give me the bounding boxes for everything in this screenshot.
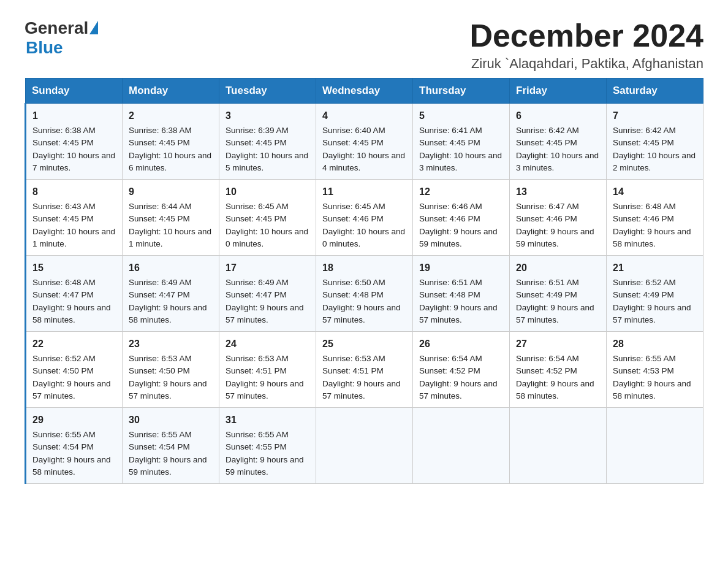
calendar-cell: 14Sunrise: 6:48 AMSunset: 4:46 PMDayligh…	[607, 180, 703, 256]
logo: General Blue	[25, 18, 98, 58]
day-number: 19	[419, 261, 503, 275]
calendar-cell: 13Sunrise: 6:47 AMSunset: 4:46 PMDayligh…	[510, 180, 607, 256]
day-number: 7	[613, 109, 697, 123]
day-header-tuesday: Tuesday	[219, 79, 316, 104]
day-number: 16	[129, 261, 213, 275]
day-number: 4	[322, 109, 406, 123]
day-number: 26	[419, 337, 503, 351]
calendar-week-row: 1Sunrise: 6:38 AMSunset: 4:45 PMDaylight…	[26, 104, 703, 180]
calendar-cell: 21Sunrise: 6:52 AMSunset: 4:49 PMDayligh…	[607, 256, 703, 332]
day-number: 23	[129, 337, 213, 351]
day-number: 14	[613, 185, 697, 199]
calendar-cell: 28Sunrise: 6:55 AMSunset: 4:53 PMDayligh…	[607, 332, 703, 408]
page-title: December 2024	[469, 18, 703, 53]
calendar-cell: 7Sunrise: 6:42 AMSunset: 4:45 PMDaylight…	[607, 104, 703, 180]
day-number: 2	[129, 109, 213, 123]
logo-triangle-icon	[89, 21, 98, 34]
calendar-cell: 3Sunrise: 6:39 AMSunset: 4:45 PMDaylight…	[219, 104, 316, 180]
calendar-cell: 16Sunrise: 6:49 AMSunset: 4:47 PMDayligh…	[123, 256, 219, 332]
calendar-cell: 11Sunrise: 6:45 AMSunset: 4:46 PMDayligh…	[316, 180, 413, 256]
calendar-cell: 24Sunrise: 6:53 AMSunset: 4:51 PMDayligh…	[219, 332, 316, 408]
day-number: 11	[322, 185, 406, 199]
day-number: 18	[322, 261, 406, 275]
calendar-cell: 17Sunrise: 6:49 AMSunset: 4:47 PMDayligh…	[219, 256, 316, 332]
calendar-cell	[316, 408, 413, 484]
day-number: 12	[419, 185, 503, 199]
day-number: 31	[226, 413, 309, 427]
day-number: 8	[32, 185, 116, 199]
logo-general-text: General	[25, 18, 88, 38]
calendar-header-row: SundayMondayTuesdayWednesdayThursdayFrid…	[26, 79, 703, 104]
day-number: 17	[226, 261, 309, 275]
title-block: December 2024 Ziruk `Alaqahdari, Paktika…	[469, 18, 703, 72]
calendar-cell	[510, 408, 607, 484]
day-number: 22	[32, 337, 116, 351]
day-header-wednesday: Wednesday	[316, 79, 413, 104]
calendar-cell: 25Sunrise: 6:53 AMSunset: 4:51 PMDayligh…	[316, 332, 413, 408]
calendar-cell: 29Sunrise: 6:55 AMSunset: 4:54 PMDayligh…	[26, 408, 123, 484]
day-number: 20	[516, 261, 600, 275]
calendar-week-row: 22Sunrise: 6:52 AMSunset: 4:50 PMDayligh…	[26, 332, 703, 408]
calendar-cell: 30Sunrise: 6:55 AMSunset: 4:54 PMDayligh…	[123, 408, 219, 484]
day-header-sunday: Sunday	[26, 79, 123, 104]
day-header-saturday: Saturday	[607, 79, 703, 104]
calendar-cell: 18Sunrise: 6:50 AMSunset: 4:48 PMDayligh…	[316, 256, 413, 332]
day-number: 29	[32, 413, 116, 427]
calendar-cell: 8Sunrise: 6:43 AMSunset: 4:45 PMDaylight…	[26, 180, 123, 256]
calendar-cell: 1Sunrise: 6:38 AMSunset: 4:45 PMDaylight…	[26, 104, 123, 180]
day-number: 30	[129, 413, 213, 427]
day-number: 3	[226, 109, 309, 123]
calendar-cell	[413, 408, 510, 484]
day-number: 1	[32, 109, 116, 123]
calendar-week-row: 8Sunrise: 6:43 AMSunset: 4:45 PMDaylight…	[26, 180, 703, 256]
day-header-thursday: Thursday	[413, 79, 510, 104]
calendar-cell: 5Sunrise: 6:41 AMSunset: 4:45 PMDaylight…	[413, 104, 510, 180]
calendar-cell: 10Sunrise: 6:45 AMSunset: 4:45 PMDayligh…	[219, 180, 316, 256]
calendar-cell: 20Sunrise: 6:51 AMSunset: 4:49 PMDayligh…	[510, 256, 607, 332]
calendar-week-row: 15Sunrise: 6:48 AMSunset: 4:47 PMDayligh…	[26, 256, 703, 332]
calendar-table: SundayMondayTuesdayWednesdayThursdayFrid…	[25, 78, 703, 484]
calendar-cell: 22Sunrise: 6:52 AMSunset: 4:50 PMDayligh…	[26, 332, 123, 408]
day-number: 25	[322, 337, 406, 351]
calendar-cell: 12Sunrise: 6:46 AMSunset: 4:46 PMDayligh…	[413, 180, 510, 256]
logo-blue-text: Blue	[26, 38, 63, 58]
calendar-week-row: 29Sunrise: 6:55 AMSunset: 4:54 PMDayligh…	[26, 408, 703, 484]
calendar-cell: 15Sunrise: 6:48 AMSunset: 4:47 PMDayligh…	[26, 256, 123, 332]
calendar-cell	[607, 408, 703, 484]
calendar-cell: 19Sunrise: 6:51 AMSunset: 4:48 PMDayligh…	[413, 256, 510, 332]
day-number: 27	[516, 337, 600, 351]
calendar-cell: 6Sunrise: 6:42 AMSunset: 4:45 PMDaylight…	[510, 104, 607, 180]
day-number: 5	[419, 109, 503, 123]
page-header: General Blue December 2024 Ziruk `Alaqah…	[25, 18, 703, 72]
day-number: 21	[613, 261, 697, 275]
calendar-cell: 4Sunrise: 6:40 AMSunset: 4:45 PMDaylight…	[316, 104, 413, 180]
day-header-monday: Monday	[123, 79, 219, 104]
page-subtitle: Ziruk `Alaqahdari, Paktika, Afghanistan	[469, 56, 703, 72]
calendar-cell: 9Sunrise: 6:44 AMSunset: 4:45 PMDaylight…	[123, 180, 219, 256]
calendar-cell: 27Sunrise: 6:54 AMSunset: 4:52 PMDayligh…	[510, 332, 607, 408]
day-number: 9	[129, 185, 213, 199]
day-number: 15	[32, 261, 116, 275]
day-number: 6	[516, 109, 600, 123]
calendar-cell: 26Sunrise: 6:54 AMSunset: 4:52 PMDayligh…	[413, 332, 510, 408]
calendar-cell: 31Sunrise: 6:55 AMSunset: 4:55 PMDayligh…	[219, 408, 316, 484]
calendar-cell: 23Sunrise: 6:53 AMSunset: 4:50 PMDayligh…	[123, 332, 219, 408]
day-number: 13	[516, 185, 600, 199]
day-number: 24	[226, 337, 309, 351]
day-number: 10	[226, 185, 309, 199]
day-header-friday: Friday	[510, 79, 607, 104]
calendar-cell: 2Sunrise: 6:38 AMSunset: 4:45 PMDaylight…	[123, 104, 219, 180]
day-number: 28	[613, 337, 697, 351]
